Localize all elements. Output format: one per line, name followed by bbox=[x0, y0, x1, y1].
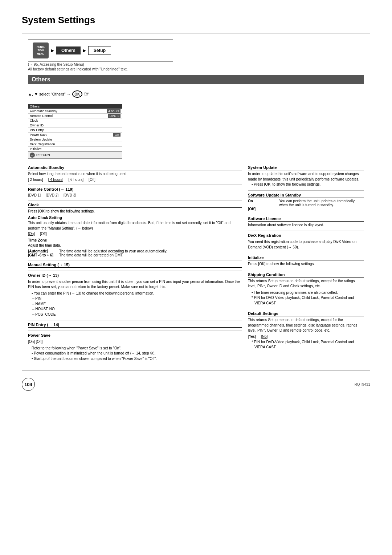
power-save-bullet-2: • Power consumption is minimized when th… bbox=[32, 351, 242, 356]
automatic-standby-options: [ 2 hours] [ 4 hours] [ 6 hours] [Off] bbox=[28, 178, 242, 182]
auto-clock-subsection: Auto Clock Setting This unit usually obt… bbox=[28, 215, 242, 236]
menu-row-power-save[interactable]: Power Save On bbox=[28, 133, 122, 137]
cursor-icon: ☞ bbox=[84, 90, 90, 98]
clock-title: Clock bbox=[28, 203, 242, 208]
menu-table: Others Automatic Standby 4 hours Remote … bbox=[28, 104, 122, 159]
software-licence-title: Software Licence bbox=[248, 216, 364, 222]
select-instruction: ▲, ▼ select "Others" → OK ☞ bbox=[28, 90, 364, 98]
system-update-section: System Update In order to update this un… bbox=[248, 165, 364, 187]
menu-row-remote-control[interactable]: Remote Control DVD 1 bbox=[28, 114, 122, 118]
shipping-bullet-2: * PIN for DVD-Video playback, Child Lock… bbox=[252, 295, 364, 306]
default-settings-options: [Yes] [No] bbox=[248, 335, 364, 339]
automatic-standby-title: Automatic Standby bbox=[28, 165, 242, 170]
arrow-right-2: ▶ bbox=[83, 48, 86, 53]
return-icon: ↩ bbox=[30, 153, 35, 158]
remote-control-title: Remote Control (→ 119) bbox=[28, 187, 242, 192]
default-bullet-1: * PIN for DVD-Video playback, Child Lock… bbox=[252, 340, 364, 350]
pin-entry-section: PIN Entry (→ 14) bbox=[28, 323, 242, 328]
menu-row-auto-standby[interactable]: Automatic Standby 4 hours bbox=[28, 109, 122, 114]
owner-id-title: Owner ID (→ 13) bbox=[28, 273, 242, 278]
shipping-condition-title: Shipping Condition bbox=[248, 272, 364, 278]
nav-others-label: Others bbox=[56, 46, 81, 54]
nav-setup-label: Setup bbox=[88, 46, 111, 55]
others-section-header: Others bbox=[28, 75, 364, 84]
page-footer: 104 RQT9431 bbox=[22, 378, 370, 391]
ok-button[interactable]: OK bbox=[72, 90, 82, 98]
clock-section: Clock Press [OK] to show the following s… bbox=[28, 203, 242, 257]
auto-clock-title: Auto Clock Setting bbox=[28, 215, 242, 220]
page-number: 104 bbox=[22, 378, 35, 391]
software-licence-section: Software Licence Information about softw… bbox=[248, 216, 364, 228]
nav-section: FUNC-TIONMENU ▶ Others ▶ Setup (→ 95, Ac… bbox=[28, 39, 364, 71]
right-column: System Update In order to update this un… bbox=[248, 165, 364, 364]
time-zone-title: Time Zone bbox=[28, 238, 242, 242]
nav-box: FUNC-TIONMENU ▶ Others ▶ Setup bbox=[28, 39, 173, 62]
remote-control-section: Remote Control (→ 119) [DVD 1] [DVD 2] [… bbox=[28, 187, 242, 197]
menu-row-others[interactable]: Others bbox=[28, 104, 122, 109]
software-update-table: On You can perform the unit updates auto… bbox=[248, 199, 364, 211]
nav-caption-1: (→ 95, Accessing the Setup Menu) bbox=[28, 62, 364, 66]
power-save-section: Power Save [On] [Off] Refer to the follo… bbox=[28, 333, 242, 361]
initialize-section: Initialize Press [OK] to show the follow… bbox=[248, 255, 364, 267]
default-settings-section: Default Settings This returns Setup menu… bbox=[248, 311, 364, 350]
function-menu-icon: FUNC-TIONMENU bbox=[33, 42, 49, 58]
auto-clock-options: [On] [Off] bbox=[28, 232, 242, 236]
power-save-bullet-1: Refer to the following when "Power Save"… bbox=[32, 346, 242, 351]
system-update-bullet: • Press [OK] to show the following setti… bbox=[252, 182, 364, 187]
main-container: FUNC-TIONMENU ▶ Others ▶ Setup (→ 95, Ac… bbox=[22, 33, 370, 370]
initialize-title: Initialize bbox=[248, 255, 364, 260]
menu-row-owner-id[interactable]: Owner ID bbox=[28, 123, 122, 128]
divx-registration-section: DivX Registration You need this registra… bbox=[248, 233, 364, 250]
arrow-right-1: ▶ bbox=[51, 48, 54, 53]
divx-registration-title: DivX Registration bbox=[248, 233, 364, 238]
power-save-bullet-3: • Startup of the unit becomes slower com… bbox=[32, 356, 242, 362]
menu-row-initialize[interactable]: Initialize bbox=[28, 147, 122, 151]
default-settings-title: Default Settings bbox=[248, 311, 364, 316]
software-update-section: Software Update in Standby On You can pe… bbox=[248, 193, 364, 211]
left-column: Automatic Standby Select how long the un… bbox=[28, 165, 242, 364]
menu-row-system-update[interactable]: System Update bbox=[28, 137, 122, 142]
menu-row-divx[interactable]: DivX Registration bbox=[28, 142, 122, 147]
manual-setting-section: Manual Setting (→ 15) bbox=[28, 263, 242, 268]
pin-entry-title: PIN Entry (→ 14) bbox=[28, 323, 242, 328]
owner-id-bullet-1: • You can enter the PIN (→ 13) to change… bbox=[32, 291, 242, 296]
remote-control-options: [DVD 1] [DVD 2] [DVD 3] bbox=[28, 193, 242, 197]
menu-return-row[interactable]: ↩ RETURN bbox=[28, 151, 122, 158]
page-title: System Settings bbox=[22, 15, 370, 26]
system-update-title: System Update bbox=[248, 165, 364, 170]
software-update-title: Software Update in Standby bbox=[248, 193, 364, 198]
main-content: Automatic Standby Select how long the un… bbox=[28, 165, 364, 364]
power-save-title: Power Save bbox=[28, 333, 242, 338]
menu-row-clock[interactable]: Clock bbox=[28, 118, 122, 123]
shipping-bullet-1: • The timer recording programmes are als… bbox=[252, 290, 364, 296]
time-zone-subsection: Time Zone Adjust the time data. [Automat… bbox=[28, 238, 242, 257]
owner-id-section: Owner ID (→ 13) In order to prevent anot… bbox=[28, 273, 242, 317]
menu-row-pin-entry[interactable]: PIN Entry bbox=[28, 128, 122, 133]
automatic-standby-section: Automatic Standby Select how long the un… bbox=[28, 165, 242, 182]
doc-code: RQT9431 bbox=[355, 382, 370, 386]
shipping-condition-section: Shipping Condition This returns Setup me… bbox=[248, 272, 364, 306]
time-zone-table: [Automatic] The time data will be adjust… bbox=[28, 249, 242, 257]
manual-setting-title: Manual Setting (→ 15) bbox=[28, 263, 242, 268]
nav-caption-2: All factory default settings are indicat… bbox=[28, 67, 364, 71]
